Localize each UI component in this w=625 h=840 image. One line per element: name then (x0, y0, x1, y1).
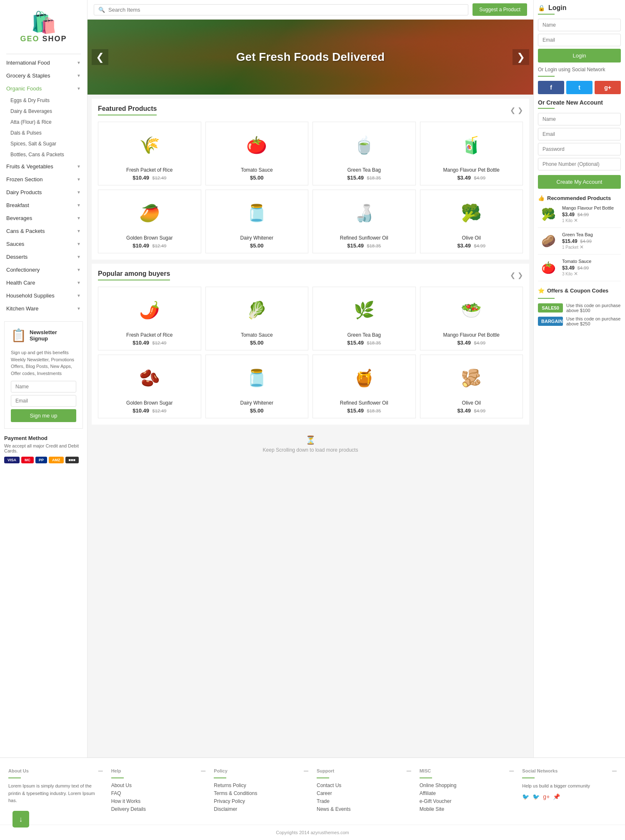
product-price: $15.49 (347, 175, 364, 181)
sidebar-item-dairy-bev[interactable]: Dairy & Beverages (0, 106, 87, 117)
footer-link-privacy[interactable]: Privacy Policy (214, 798, 308, 804)
twitter-login-button[interactable]: t (566, 81, 592, 94)
popular-product-card[interactable]: 🥬 Tomato Sauce $5.00 (205, 287, 309, 350)
newsletter-email-input[interactable] (11, 395, 76, 407)
newsletter-name-input[interactable] (11, 381, 76, 392)
footer-link-disclaimer[interactable]: Disclaimer (214, 806, 308, 812)
footer-link-online[interactable]: Online Shopping (420, 782, 514, 788)
product-name: Dairy Whitener (210, 400, 304, 406)
product-old-price: $4.99 (474, 175, 486, 180)
featured-product-card[interactable]: 🍶 Refined Sunflower Oil $15.49 $18.35 (312, 190, 416, 253)
featured-product-card[interactable]: 🍵 Green Tea Bag $15.49 $18.35 (312, 122, 416, 185)
sidebar-item-spices[interactable]: Spices, Salt & Sugar (0, 138, 87, 149)
sidebar-item-international-food[interactable]: International Food ▼ (0, 56, 87, 69)
footer-link-trade[interactable]: Trade (317, 798, 411, 804)
product-pricing: $15.49 $18.35 (317, 175, 411, 181)
footer-link-egift[interactable]: e-Gift Voucher (420, 798, 514, 804)
create-email-input[interactable] (538, 128, 621, 140)
sidebar-item-bottles[interactable]: Bottles, Cans & Packets (0, 149, 87, 160)
suggest-product-button[interactable]: Suggest a Product (472, 3, 527, 16)
site-logo[interactable]: 🛍️ GEO SHOP (0, 4, 87, 52)
product-price: $15.49 (347, 340, 364, 346)
footer-link-contact[interactable]: Contact Us (317, 782, 411, 788)
rec-remove-button[interactable]: ✕ (574, 271, 578, 277)
featured-product-card[interactable]: 🫙 Dairy Whitener $5.00 (205, 190, 309, 253)
sidebar-item-atta[interactable]: Atta (Flour) & Rice (0, 117, 87, 128)
hero-next-button[interactable]: ❯ (512, 49, 529, 65)
scroll-to-top-button[interactable]: ↓ (12, 811, 29, 828)
social-divider (538, 76, 555, 77)
popular-product-card[interactable]: 🥗 Mango Flavour Pet Bottle $3.49 $4.99 (420, 287, 523, 350)
footer-link-returns[interactable]: Returns Policy (214, 782, 308, 788)
sidebar-item-grocery[interactable]: Grocery & Staples ▼ (0, 69, 87, 82)
popular-product-card[interactable]: 🫚 Olive Oil $3.49 $4.99 (420, 355, 523, 418)
product-price: $5.00 (250, 408, 264, 414)
sidebar-item-frozen[interactable]: Frozen Section ▼ (0, 173, 87, 186)
footer-link-faq[interactable]: FAQ (111, 790, 206, 796)
sidebar-item-sauces[interactable]: Sauces ▼ (0, 238, 87, 250)
featured-product-card[interactable]: 🥦 Olive Oil $3.49 $4.99 (420, 190, 523, 253)
load-more: ⏳ Keep Scrolling down to load more produ… (88, 429, 533, 459)
product-pricing: $5.00 (210, 242, 304, 249)
featured-product-card[interactable]: 🍅 Tomato Sauce $5.00 (205, 122, 309, 185)
footer-facebook-icon[interactable]: 🐦 (522, 793, 529, 800)
footer-link-affiliate[interactable]: Affiliate (420, 790, 514, 796)
sidebar-item-breakfast[interactable]: Breakfast ▼ (0, 199, 87, 212)
create-phone-input[interactable] (538, 158, 621, 170)
popular-prev-button[interactable]: ❮ (510, 271, 515, 279)
featured-next-button[interactable]: ❯ (518, 106, 523, 114)
featured-product-card[interactable]: 🥭 Golden Brown Sugar $10.49 $12.49 (98, 190, 201, 253)
create-account-button[interactable]: Create My Account (538, 175, 621, 189)
newsletter-signup-button[interactable]: Sign me up (11, 409, 76, 422)
rec-remove-button[interactable]: ✕ (580, 244, 584, 250)
coupon-code[interactable]: BARGAIN (538, 317, 563, 326)
popular-next-button[interactable]: ❯ (518, 271, 523, 279)
popular-product-card[interactable]: 🌿 Green Tea Bag $15.49 $18.35 (312, 287, 416, 350)
footer-link-about[interactable]: About Us (111, 782, 206, 788)
chevron-down-icon: ▼ (77, 229, 81, 233)
google-login-button[interactable]: g+ (595, 81, 621, 94)
featured-prev-button[interactable]: ❮ (510, 106, 515, 114)
sidebar-item-desserts[interactable]: Desserts ▼ (0, 250, 87, 263)
footer-link-news[interactable]: News & Events (317, 806, 411, 812)
featured-product-card[interactable]: 🧃 Mango Flavour Pet Bottle $3.49 $4.99 (420, 122, 523, 185)
footer-google-icon[interactable]: g+ (543, 793, 550, 800)
sidebar-item-eggs[interactable]: Eggs & Dry Fruits (0, 95, 87, 106)
footer-about: About Us — Lorem Ipsum is simply dummy t… (8, 768, 103, 814)
login-name-input[interactable] (538, 19, 621, 31)
rec-remove-button[interactable]: ✕ (574, 218, 578, 223)
sidebar-item-confectionery[interactable]: Confectionery ▼ (0, 263, 87, 276)
sidebar-item-health[interactable]: Health Care ▼ (0, 276, 87, 289)
sidebar-item-organic[interactable]: Organic Foods ▼ (0, 82, 87, 95)
sidebar-item-beverages[interactable]: Beverages ▼ (0, 212, 87, 225)
create-name-input[interactable] (538, 113, 621, 125)
hero-prev-button[interactable]: ❮ (92, 49, 108, 65)
login-button[interactable]: Login (538, 49, 621, 62)
create-password-input[interactable] (538, 143, 621, 155)
footer-link-career[interactable]: Career (317, 790, 411, 796)
popular-product-card[interactable]: 🍯 Refined Sunflower Oil $15.49 $18.35 (312, 355, 416, 418)
footer-twitter-icon[interactable]: 🐦 (532, 793, 540, 800)
logo-icon: 🛍️ (0, 10, 87, 35)
sidebar-item-household[interactable]: Household Supplies ▼ (0, 289, 87, 302)
featured-product-card[interactable]: 🌾 Fresh Packet of Rice $10.49 $12.49 (98, 122, 201, 185)
popular-product-card[interactable]: 🫘 Golden Brown Sugar $10.49 $12.49 (98, 355, 201, 418)
sidebar-item-kitchen[interactable]: Kitchen Ware ▼ (0, 302, 87, 315)
footer-link-how[interactable]: How it Works (111, 798, 206, 804)
sidebar-item-fruits[interactable]: Fruits & Vegetables ▼ (0, 160, 87, 173)
sidebar-item-cans[interactable]: Cans & Packets ▼ (0, 225, 87, 238)
coupon-code[interactable]: SALE50 (538, 303, 563, 312)
product-image: 🫙 (210, 194, 304, 232)
footer-link-terms[interactable]: Terms & Conditions (214, 790, 308, 796)
footer-divider (8, 778, 21, 778)
facebook-login-button[interactable]: f (538, 81, 564, 94)
footer-link-delivery[interactable]: Delivery Details (111, 806, 206, 812)
popular-product-card[interactable]: 🌶️ Fresh Packet of Rice $10.49 $12.49 (98, 287, 201, 350)
footer-link-mobile[interactable]: Mobile Site (420, 806, 514, 812)
popular-product-card[interactable]: 🫙 Dairy Whitener $5.00 (205, 355, 309, 418)
sidebar-item-dals[interactable]: Dals & Pulses (0, 128, 87, 138)
footer-pinterest-icon[interactable]: 📌 (553, 793, 560, 800)
login-email-input[interactable] (538, 34, 621, 46)
sidebar-item-dairy[interactable]: Dairy Products ▼ (0, 186, 87, 199)
search-input[interactable] (108, 7, 464, 13)
